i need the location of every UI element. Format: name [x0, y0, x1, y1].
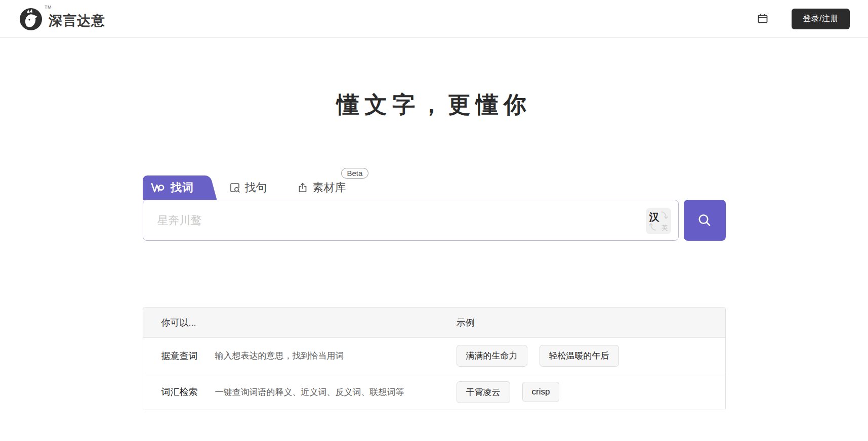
search-button[interactable] — [684, 200, 726, 241]
feature-description: 输入想表达的意思，找到恰当用词 — [215, 350, 344, 362]
share-box-icon — [297, 182, 309, 194]
tab-find-sentence[interactable]: 找句 — [229, 180, 267, 200]
swap-arrows-icon — [646, 208, 671, 234]
trademark-label: TM — [45, 5, 52, 10]
tab-find-word-label: 找词 — [171, 180, 194, 195]
feature-description: 一键查询词语的释义、近义词、反义词、联想词等 — [215, 386, 404, 398]
search-mode-tabs: 找词 找句 素材库 Beta — [143, 175, 726, 200]
tab-material-library[interactable]: 素材库 Beta — [297, 180, 346, 200]
tab-find-word[interactable]: 找词 — [143, 175, 202, 200]
whale-logo-icon: TM — [18, 7, 44, 32]
table-header-row: 你可以... 示例 — [143, 307, 725, 338]
table-row: 据意查词 输入想表达的意思，找到恰当用词 满满的生命力 轻松温暖的午后 — [143, 338, 725, 374]
example-chip[interactable]: 满满的生命力 — [457, 345, 527, 367]
feature-term: 据意查词 — [161, 350, 215, 362]
example-chip[interactable]: crisp — [522, 382, 560, 402]
beta-badge: Beta — [341, 168, 369, 179]
table-row: 词汇检索 一键查询词语的释义、近义词、反义词、联想词等 干霄凌云 crisp — [143, 374, 725, 410]
column-header-you-can: 你可以... — [143, 317, 457, 329]
login-register-button[interactable]: 登录/注册 — [792, 9, 850, 29]
wantwords-w-icon — [151, 182, 166, 193]
column-header-examples: 示例 — [457, 317, 725, 329]
search-icon — [695, 211, 714, 230]
top-header: TM 深言达意 登录/注册 — [0, 0, 868, 38]
search-input[interactable] — [143, 200, 678, 240]
feature-term: 词汇检索 — [161, 386, 215, 398]
brand-name: 深言达意 — [49, 12, 105, 30]
search-box: 汉 英 — [143, 200, 679, 241]
brand-logo[interactable]: TM 深言达意 — [18, 6, 105, 32]
tab-find-sentence-label: 找句 — [245, 180, 267, 195]
examples-table: 你可以... 示例 据意查词 输入想表达的意思，找到恰当用词 满满的生命力 轻松… — [143, 307, 726, 410]
tab-material-library-label: 素材库 — [313, 180, 346, 195]
example-chip[interactable]: 轻松温暖的午后 — [540, 345, 619, 367]
example-chip[interactable]: 干霄凌云 — [457, 381, 510, 403]
page-title: 懂文字，更懂你 — [0, 90, 868, 120]
language-toggle[interactable]: 汉 英 — [646, 208, 671, 234]
sentence-search-icon — [229, 182, 241, 194]
calendar-icon[interactable] — [756, 12, 769, 25]
